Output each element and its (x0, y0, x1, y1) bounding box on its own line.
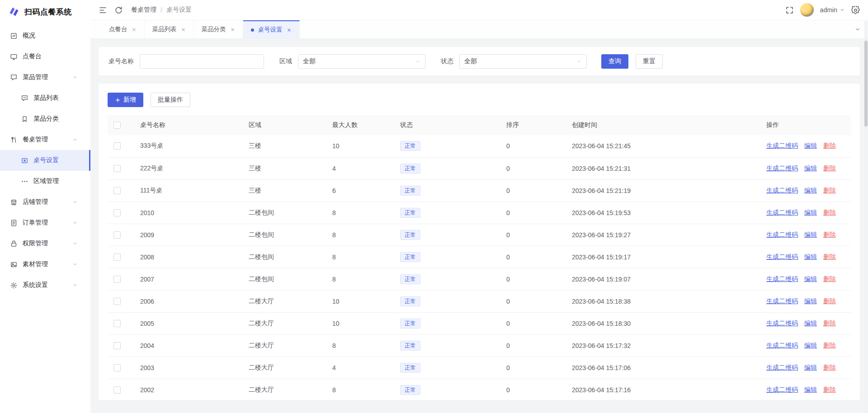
cell-created: 2023-06-04 15:21:31 (565, 157, 759, 179)
sidebar-item-9[interactable]: 订单管理 (0, 212, 90, 233)
row-checkbox[interactable] (113, 165, 121, 172)
tab-0[interactable]: 点餐台 (101, 20, 145, 38)
qr-code-link[interactable]: 生成二维码 (766, 231, 798, 238)
delete-link[interactable]: 删除 (823, 209, 836, 216)
reset-button[interactable]: 重置 (636, 54, 663, 69)
chevron-down-icon (72, 199, 78, 205)
tab-2[interactable]: 菜品分类 (194, 20, 243, 38)
row-checkbox[interactable] (113, 142, 121, 150)
edit-link[interactable]: 编辑 (804, 319, 817, 327)
qr-code-link[interactable]: 生成二维码 (766, 319, 798, 327)
add-button[interactable]: 新增 (108, 93, 143, 107)
menu-fold-icon[interactable] (99, 6, 107, 14)
row-checkbox[interactable] (113, 276, 121, 283)
qr-code-link[interactable]: 生成二维码 (766, 297, 798, 305)
delete-link[interactable]: 删除 (823, 187, 836, 194)
overview-icon (10, 32, 18, 40)
tab-3[interactable]: 桌号设置 (243, 20, 300, 38)
edit-link[interactable]: 编辑 (804, 386, 817, 393)
chevron-down-icon (415, 59, 420, 64)
user-menu[interactable]: admin (820, 6, 845, 14)
delete-link[interactable]: 删除 (823, 275, 836, 282)
edit-link[interactable]: 编辑 (804, 187, 817, 194)
cell-max: 4 (325, 357, 393, 379)
qr-code-link[interactable]: 生成二维码 (766, 209, 798, 216)
close-icon[interactable] (287, 28, 292, 33)
order-icon (10, 219, 18, 227)
search-button[interactable]: 查询 (601, 54, 628, 69)
delete-link[interactable]: 删除 (823, 386, 836, 393)
sidebar-item-4[interactable]: 菜品分类 (0, 108, 90, 129)
sidebar-item-label: 餐桌管理 (23, 136, 48, 144)
qr-code-link[interactable]: 生成二维码 (766, 253, 798, 260)
qr-code-link[interactable]: 生成二维码 (766, 342, 798, 349)
cell-name: 2008 (133, 246, 241, 268)
edit-link[interactable]: 编辑 (804, 164, 817, 172)
sidebar-item-label: 订单管理 (23, 219, 48, 227)
delete-link[interactable]: 删除 (823, 319, 836, 327)
cell-max: 8 (325, 334, 393, 357)
qr-code-link[interactable]: 生成二维码 (766, 187, 798, 194)
qr-code-link[interactable]: 生成二维码 (766, 164, 798, 172)
sidebar-item-11[interactable]: 素材管理 (0, 254, 90, 275)
row-checkbox[interactable] (113, 231, 121, 239)
edit-link[interactable]: 编辑 (804, 342, 817, 349)
edit-link[interactable]: 编辑 (804, 209, 817, 216)
sidebar-item-0[interactable]: 概况 (0, 25, 90, 46)
close-icon[interactable] (181, 27, 186, 32)
row-checkbox[interactable] (113, 209, 121, 216)
delete-link[interactable]: 删除 (823, 253, 836, 260)
sidebar-item-5[interactable]: 餐桌管理 (0, 129, 90, 150)
edit-link[interactable]: 编辑 (804, 275, 817, 282)
delete-link[interactable]: 删除 (823, 142, 836, 149)
edit-link[interactable]: 编辑 (804, 253, 817, 260)
tab-1[interactable]: 菜品列表 (145, 20, 194, 38)
qr-code-link[interactable]: 生成二维码 (766, 386, 798, 393)
gear-icon[interactable] (851, 6, 860, 14)
refresh-icon[interactable] (114, 6, 123, 14)
delete-link[interactable]: 删除 (823, 297, 836, 305)
select-all-checkbox[interactable] (113, 122, 121, 129)
tabs-dropdown-icon[interactable] (854, 20, 861, 38)
sidebar-item-12[interactable]: 系统设置 (0, 275, 90, 296)
edit-link[interactable]: 编辑 (804, 297, 817, 305)
row-checkbox[interactable] (113, 253, 121, 261)
close-icon[interactable] (132, 27, 137, 32)
delete-link[interactable]: 删除 (823, 364, 836, 371)
qr-code-link[interactable]: 生成二维码 (766, 142, 798, 149)
column-header: 最大人数 (325, 115, 393, 135)
area-select[interactable]: 全部 (298, 54, 425, 69)
qr-code-link[interactable]: 生成二维码 (766, 364, 798, 371)
sidebar-item-7[interactable]: 区域管理 (0, 171, 90, 192)
edit-link[interactable]: 编辑 (804, 364, 817, 371)
edit-link[interactable]: 编辑 (804, 231, 817, 238)
row-checkbox[interactable] (113, 298, 121, 305)
cell-area: 二楼包间 (241, 268, 325, 290)
row-checkbox[interactable] (113, 364, 121, 371)
breadcrumb-item[interactable]: 餐桌管理 (131, 6, 156, 14)
row-checkbox[interactable] (113, 187, 121, 194)
row-checkbox[interactable] (113, 320, 121, 327)
sidebar-item-1[interactable]: 点餐台 (0, 46, 90, 67)
fullscreen-icon[interactable] (785, 6, 794, 14)
cell-created: 2023-06-04 15:18:38 (565, 290, 759, 312)
sidebar-item-3[interactable]: 菜品列表 (0, 88, 90, 108)
sidebar-item-8[interactable]: 店铺管理 (0, 192, 90, 212)
table-name-input[interactable] (140, 54, 264, 69)
batch-button[interactable]: 批量操作 (151, 93, 190, 107)
scrollbar-thumb[interactable] (864, 41, 868, 127)
edit-link[interactable]: 编辑 (804, 142, 817, 149)
row-checkbox[interactable] (113, 386, 121, 394)
sidebar-item-10[interactable]: 权限管理 (0, 233, 90, 254)
delete-link[interactable]: 删除 (823, 231, 836, 238)
sidebar-item-2[interactable]: 菜品管理 (0, 67, 90, 88)
sidebar-item-6[interactable]: 桌号设置 (0, 150, 90, 171)
row-checkbox[interactable] (113, 342, 121, 349)
logo-icon (8, 6, 20, 18)
delete-link[interactable]: 删除 (823, 342, 836, 349)
avatar[interactable] (800, 3, 814, 17)
status-select[interactable]: 全部 (459, 54, 587, 69)
qr-code-link[interactable]: 生成二维码 (766, 275, 798, 282)
close-icon[interactable] (230, 27, 235, 32)
delete-link[interactable]: 删除 (823, 164, 836, 172)
